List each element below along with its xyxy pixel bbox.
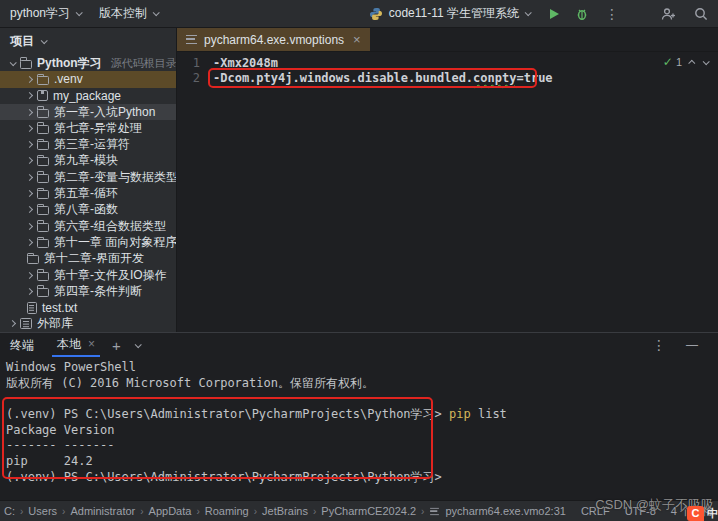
new-terminal-tab-icon[interactable]: + [112, 337, 121, 354]
editor-tab-vmoptions[interactable]: pycharm64.exe.vmoptions × [177, 28, 370, 51]
chevron-right-icon[interactable] [26, 206, 33, 213]
breadcrumb-item[interactable]: PyCharmCE2024.2 [321, 505, 416, 517]
breadcrumb-item[interactable]: Administrator [70, 505, 135, 517]
chevron-down-icon [525, 9, 532, 16]
tree-item-chapter-1[interactable]: 第一章-入坑Python [0, 104, 176, 120]
file-type-icon [186, 35, 197, 44]
folder-icon [37, 125, 49, 134]
code-line: 2 -Dcom.pty4j.windows.disable.bundled.co… [177, 71, 718, 86]
terminal-panel-title[interactable]: 终端 [10, 337, 34, 354]
chevron-right-icon[interactable] [26, 190, 33, 197]
chevron-right-icon[interactable] [26, 76, 33, 83]
run-configuration-label: code11-11 学生管理系统 [389, 5, 519, 22]
tree-item-chapter-5[interactable]: 第五章-循环 [0, 185, 176, 201]
code-editor[interactable]: 1 -Xmx2048m 2 -Dcom.pty4j.windows.disabl… [177, 52, 718, 332]
more-actions-icon[interactable]: ⋮ [652, 338, 666, 352]
close-icon[interactable]: × [353, 32, 361, 47]
code-line: 1 -Xmx2048m [177, 56, 718, 71]
tree-item-chapter-6[interactable]: 第六章-组合数据类型 [0, 218, 176, 234]
terminal-output[interactable]: Windows PowerShell 版权所有 (C) 2016 Microso… [0, 357, 718, 486]
terminal-prompt-line: (.venv) PS C:\Users\Administrator\Pychar… [6, 470, 718, 486]
terminal-command: pip [449, 407, 471, 421]
chevron-down-icon [153, 9, 160, 16]
chevron-right-icon[interactable] [9, 320, 16, 327]
chevron-right-icon[interactable] [26, 108, 33, 115]
chevron-down-icon [41, 37, 48, 44]
up-arrow-icon[interactable] [688, 59, 695, 66]
tree-item-chapter-9[interactable]: 第九章-模块 [0, 153, 176, 169]
inspections-widget[interactable]: ✓ 1 [663, 55, 708, 69]
minimize-icon[interactable]: — [686, 338, 698, 352]
close-icon[interactable]: × [88, 337, 95, 351]
chevron-right-icon[interactable] [26, 157, 33, 164]
breadcrumb: C:› Users› Administrator› AppData› Roami… [4, 505, 544, 517]
breadcrumb-item[interactable]: AppData [149, 505, 192, 517]
terminal-tab-local[interactable]: 本地 × [52, 333, 100, 357]
vcs-widget-label: 版本控制 [99, 5, 147, 22]
tree-item-my-package[interactable]: my_package [0, 88, 176, 104]
more-actions-icon[interactable]: ⋮ [605, 7, 619, 21]
tree-item-chapter-2[interactable]: 第二章-变量与数据类型 [0, 169, 176, 185]
caret-position[interactable]: 2:31 [544, 505, 565, 517]
add-user-icon[interactable] [661, 7, 676, 21]
tree-item-chapter-4[interactable]: 第四章-条件判断 [0, 283, 176, 299]
editor-tab-bar: pycharm64.exe.vmoptions × [177, 28, 718, 52]
project-root-hint: 源代码根目录, C:\User [111, 56, 177, 71]
library-icon [20, 318, 32, 329]
chevron-right-icon[interactable] [26, 141, 33, 148]
run-icon[interactable] [550, 9, 559, 19]
tree-item-external-libraries[interactable]: 外部库 [0, 316, 176, 332]
chevron-down-icon[interactable] [10, 59, 17, 66]
breadcrumb-file[interactable]: pycharm64.exe.vmo [429, 505, 544, 517]
chevron-right-icon[interactable] [26, 223, 33, 230]
folder-icon [37, 141, 49, 150]
folder-icon [37, 190, 49, 199]
python-logo-icon [369, 7, 383, 21]
project-panel-header[interactable]: 项目 [0, 28, 176, 55]
folder-icon [37, 109, 49, 118]
line-number: 1 [177, 56, 213, 71]
terminal-header: 终端 本地 × + ⋮ — [0, 333, 718, 357]
folder-icon [37, 288, 49, 297]
vcs-widget[interactable]: 版本控制 [99, 5, 158, 22]
run-configuration-selector[interactable]: code11-11 学生管理系统 [369, 5, 530, 22]
chevron-right-icon[interactable] [26, 271, 33, 278]
breadcrumb-item[interactable]: Roaming [205, 505, 249, 517]
line-number: 2 [177, 71, 213, 86]
check-icon: ✓ [663, 55, 673, 69]
tree-item-chapter-11[interactable]: 第十一章 面向对象程序设计 [0, 234, 176, 250]
project-panel: 项目 Python学习 源代码根目录, C:\User .venv [0, 28, 177, 332]
search-icon[interactable] [694, 7, 708, 21]
chevron-down-icon[interactable] [134, 341, 141, 348]
chevron-right-icon[interactable] [26, 239, 33, 246]
chevron-right-icon[interactable] [26, 174, 33, 181]
folder-icon [37, 272, 49, 281]
chevron-right-icon[interactable] [26, 92, 33, 99]
breadcrumb-item[interactable]: JetBrains [262, 505, 308, 517]
tree-item-chapter-7[interactable]: 第七章-异常处理 [0, 120, 176, 136]
main-toolbar: python学习 版本控制 code11-11 学生管理系统 [0, 0, 718, 28]
tree-item-project-root[interactable]: Python学习 源代码根目录, C:\User [0, 55, 176, 71]
project-panel-title: 项目 [10, 33, 34, 50]
breadcrumb-item[interactable]: Users [28, 505, 57, 517]
chevron-right-icon[interactable] [26, 125, 33, 132]
tree-item-test-txt[interactable]: test.txt [0, 299, 176, 315]
tree-item-chapter-8[interactable]: 第八章-函数 [0, 202, 176, 218]
tree-item-venv[interactable]: .venv [0, 71, 176, 87]
spellcheck-word: conpty [473, 71, 516, 85]
csdn-logo: C 中 [687, 506, 718, 521]
project-tree: Python学习 源代码根目录, C:\User .venv my_packag… [0, 55, 176, 332]
folder-icon [20, 60, 32, 69]
debug-icon[interactable] [575, 7, 589, 21]
tree-item-chapter-12[interactable]: 第十二章-界面开发 [0, 251, 176, 267]
terminal-prompt-line: (.venv) PS C:\Users\Administrator\Pychar… [6, 407, 718, 423]
folder-icon [37, 76, 49, 85]
chevron-right-icon[interactable] [26, 288, 33, 295]
project-widget[interactable]: python学习 [10, 5, 81, 22]
tree-item-chapter-3[interactable]: 第三章-运算符 [0, 136, 176, 152]
folder-icon [37, 239, 49, 248]
package-icon [37, 90, 48, 101]
tree-item-chapter-10[interactable]: 第十章-文件及IO操作 [0, 267, 176, 283]
breadcrumb-item[interactable]: C: [4, 505, 15, 517]
folder-icon [37, 174, 49, 183]
